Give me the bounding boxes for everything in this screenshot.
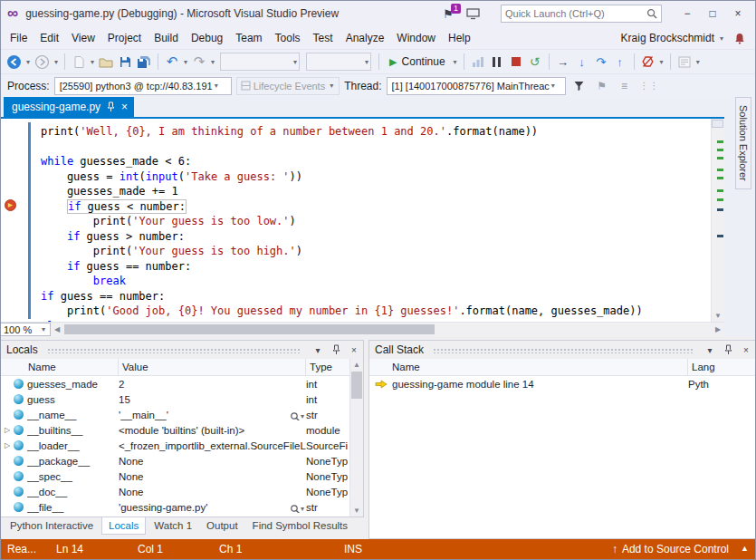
menu-help[interactable]: Help <box>442 29 477 47</box>
thread-dropdown[interactable]: [1] [140017000875776] MainThreac ▾ <box>387 77 566 95</box>
show-flagged-threads-button[interactable]: ⚑ <box>593 76 611 96</box>
close-button[interactable]: × <box>347 345 361 355</box>
locals-row[interactable]: ▷__builtins__<module 'builtins' (built-i… <box>1 422 363 438</box>
output-window-button[interactable] <box>675 52 694 72</box>
undo-dropdown[interactable]: ▾ <box>182 58 189 66</box>
restart-button[interactable]: ↺ <box>526 52 544 72</box>
editor-horizontal-scrollbar[interactable]: ◀ ▶ <box>51 323 724 336</box>
save-button[interactable] <box>116 52 134 72</box>
editor-split-handle[interactable] <box>712 120 723 128</box>
solution-explorer-tab[interactable]: Solution Explorer <box>735 97 751 189</box>
close-button[interactable]: × <box>739 345 753 355</box>
value-lens-control[interactable]: ▾ <box>287 411 304 420</box>
continue-button[interactable]: ▶ Continue <box>384 52 451 72</box>
magnifier-icon[interactable] <box>290 504 301 513</box>
search-icon[interactable] <box>646 8 657 19</box>
add-to-source-control-button[interactable]: ↑ Add to Source Control <box>612 543 729 555</box>
locals-row[interactable]: __doc__NoneNoneTyp <box>1 484 363 499</box>
continue-dropdown[interactable]: ▾ <box>452 58 459 66</box>
scroll-down-arrow[interactable]: ▼ <box>350 505 363 517</box>
output-dropdown[interactable]: ▾ <box>694 58 702 66</box>
new-file-dropdown[interactable]: ▾ <box>89 58 96 66</box>
quick-launch-input[interactable] <box>505 8 646 19</box>
save-all-button[interactable] <box>135 52 153 72</box>
navigate-forward-dropdown[interactable]: ▾ <box>53 58 60 66</box>
menu-team[interactable]: Team <box>229 29 268 47</box>
menu-debug[interactable]: Debug <box>185 29 229 47</box>
locals-row[interactable]: guesses_made2int <box>1 376 363 391</box>
pin-button[interactable] <box>721 344 735 355</box>
menu-file[interactable]: File <box>4 29 33 47</box>
menu-build[interactable]: Build <box>148 29 185 47</box>
locals-row[interactable]: __spec__NoneNoneTyp <box>1 468 363 484</box>
scroll-down-arrow[interactable]: ▼ <box>712 310 724 322</box>
menu-test[interactable]: Test <box>307 29 340 47</box>
magnifier-icon[interactable] <box>290 411 301 420</box>
maximize-button[interactable]: □ <box>700 7 725 20</box>
menu-project[interactable]: Project <box>101 29 148 47</box>
step-over-button[interactable]: ↷ <box>592 52 610 72</box>
send-feedback-button[interactable] <box>466 8 480 20</box>
expand-icon[interactable]: ▷ <box>1 441 14 449</box>
close-icon[interactable]: × <box>121 101 128 113</box>
zoom-control[interactable]: 100 % ▾ <box>0 323 51 336</box>
navigate-backward-button[interactable] <box>5 52 24 72</box>
locals-title-bar[interactable]: Locals ▾ × <box>1 341 363 359</box>
quick-launch-box[interactable] <box>501 5 662 23</box>
locals-row[interactable]: guess15int <box>1 391 363 407</box>
notification-bell-icon[interactable] <box>734 33 745 44</box>
pin-button[interactable] <box>329 344 343 355</box>
chevron-up-icon[interactable]: ▲ <box>741 544 749 553</box>
navigate-forward-button[interactable] <box>33 52 52 72</box>
call-stack-title-bar[interactable]: Call Stack ▾ × <box>369 341 755 359</box>
expand-icon[interactable]: ▷ <box>1 426 14 434</box>
call-stack-frame[interactable]: guessing-game module line 14Pyth <box>369 376 755 391</box>
break-all-button[interactable] <box>488 52 506 72</box>
value-lens-control[interactable]: ▾ <box>287 504 304 513</box>
navigate-backward-dropdown[interactable]: ▾ <box>24 58 32 66</box>
panel-tab-output[interactable]: Output <box>200 517 244 534</box>
step-into-button[interactable]: ↓ <box>573 52 591 72</box>
new-file-button[interactable] <box>70 52 88 72</box>
open-file-button[interactable] <box>97 52 115 72</box>
locals-row[interactable]: __package__NoneNoneTyp <box>1 453 363 468</box>
menu-edit[interactable]: Edit <box>33 29 65 47</box>
diagnostic-tools-button[interactable] <box>469 52 487 72</box>
menu-analyze[interactable]: Analyze <box>340 29 391 47</box>
locals-row[interactable]: ▷__loader__<_frozen_importlib_external.S… <box>1 438 363 453</box>
undo-button[interactable]: ↶ <box>163 52 181 72</box>
pin-icon[interactable] <box>107 101 115 112</box>
close-button[interactable]: × <box>725 7 751 20</box>
menu-view[interactable]: View <box>65 29 101 47</box>
code-text-area[interactable]: print('Well, {0}, I am thinking of a num… <box>0 119 711 322</box>
locals-row[interactable]: __file__'guessing-game.py'▾str <box>1 499 363 515</box>
scrollbar-thumb[interactable] <box>64 324 435 334</box>
window-position-button[interactable]: ▾ <box>311 345 325 355</box>
show-threads-in-source-button[interactable]: ≡ <box>616 76 634 96</box>
solution-configurations-dropdown[interactable]: ▾ <box>220 53 300 71</box>
lifecycle-events-button[interactable]: Lifecycle Events ▾ <box>236 77 340 95</box>
solution-platforms-dropdown[interactable]: ▾ <box>306 53 371 71</box>
process-dropdown[interactable]: [25590] python3 @ tcp://40.83.191 ▾ <box>54 77 232 95</box>
locals-row[interactable]: __name__'__main__'▾str <box>1 407 363 422</box>
show-next-statement-button[interactable]: → <box>554 52 572 72</box>
notifications-button[interactable]: ⚑ 1 <box>443 7 454 21</box>
breakpoints-dropdown[interactable]: ▾ <box>658 58 665 66</box>
chevron-down-icon[interactable]: ▾ <box>301 412 304 420</box>
editor-vertical-scrollbar[interactable]: ▲ ▼ <box>711 119 724 322</box>
panel-tab-python-interactive[interactable]: Python Interactive <box>4 517 100 534</box>
filter-threads-button[interactable] <box>570 76 589 96</box>
minimize-button[interactable]: − <box>675 7 700 20</box>
code-editor[interactable]: print('Well, {0}, I am thinking of a num… <box>0 117 724 322</box>
document-tab-guessing-game[interactable]: guessing-game.py × <box>4 97 134 117</box>
panel-tab-locals[interactable]: Locals <box>101 517 146 535</box>
stop-applying-code-changes-button[interactable] <box>639 52 657 72</box>
menu-window[interactable]: Window <box>390 29 442 47</box>
scroll-right-arrow[interactable]: ▶ <box>712 323 724 336</box>
window-position-button[interactable]: ▾ <box>703 345 717 355</box>
menu-tools[interactable]: Tools <box>269 29 307 47</box>
locals-vertical-scrollbar[interactable]: ▲ ▼ <box>349 359 363 517</box>
panel-tab-find-symbol-results[interactable]: Find Symbol Results <box>246 517 354 534</box>
scroll-up-arrow[interactable]: ▲ <box>350 359 363 371</box>
user-account-menu[interactable]: Kraig Brockschmidt ▾ <box>621 32 725 44</box>
